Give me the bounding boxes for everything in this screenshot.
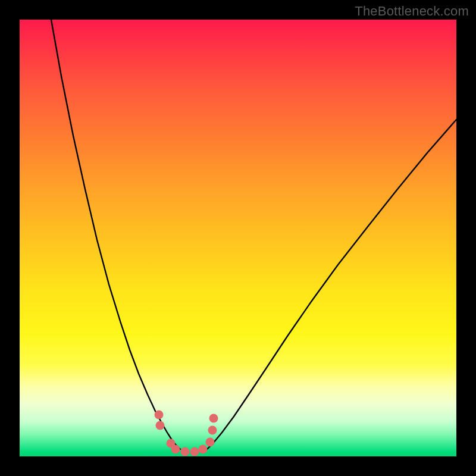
dip-dot <box>206 438 215 447</box>
dip-dot <box>208 426 217 435</box>
dip-dot <box>171 445 180 454</box>
dip-dots-group <box>155 411 218 456</box>
dip-dot <box>156 421 165 430</box>
dip-dot <box>199 445 208 454</box>
curve-svg <box>20 20 456 456</box>
dip-dot <box>190 447 199 456</box>
dip-dot <box>155 411 164 419</box>
watermark-text: TheBottleneck.com <box>355 4 469 19</box>
dip-dot <box>209 414 218 423</box>
dip-dot <box>181 447 190 456</box>
gradient-plot-area <box>20 20 456 456</box>
right-curve-path <box>207 120 456 449</box>
left-curve-path <box>51 20 180 449</box>
